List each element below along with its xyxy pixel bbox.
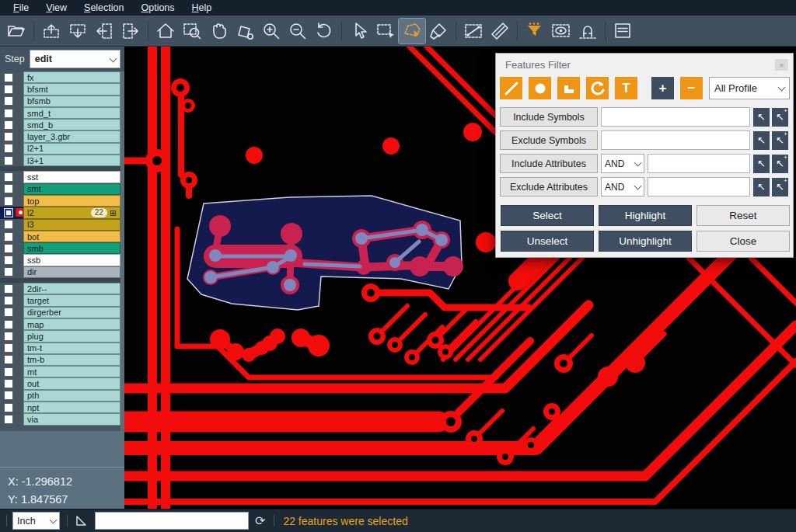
step-select[interactable]: edit: [30, 50, 120, 68]
layer-row-ssb[interactable]: ssb: [0, 254, 120, 266]
pan-hand-button[interactable]: [205, 19, 232, 43]
layer-checkbox[interactable]: [0, 342, 23, 354]
select-button[interactable]: Select: [501, 205, 594, 226]
layer-row-l2-active[interactable]: l222⊞: [0, 207, 120, 218]
pick-attributes-button[interactable]: ↖: [753, 155, 770, 173]
pan-left-button[interactable]: [91, 19, 117, 43]
layer-label[interactable]: layer_3.gbr: [23, 130, 120, 142]
layer-row-dir[interactable]: dir: [0, 266, 120, 278]
layer-checkbox[interactable]: [0, 96, 23, 107]
pan-down-button[interactable]: [65, 19, 91, 43]
layer-checkbox-checked[interactable]: [0, 207, 23, 218]
filter-line-button[interactable]: [500, 77, 522, 99]
polygon-select-button[interactable]: [399, 19, 425, 43]
layer-checkbox[interactable]: [0, 171, 23, 183]
layer-label[interactable]: target: [23, 294, 120, 306]
pick-symbols-button[interactable]: ↖: [753, 108, 770, 127]
layer-checkbox[interactable]: [0, 219, 23, 231]
layer-row-smd_b[interactable]: smd_b: [0, 119, 120, 130]
pick-attributes-button[interactable]: ↖: [753, 178, 770, 196]
dialog-title-bar[interactable]: Features Filter ×: [496, 54, 793, 75]
brush-select-button[interactable]: [425, 19, 452, 43]
layer-row-l3p1[interactable]: l3+1: [0, 155, 120, 166]
pick-add-attributes-button[interactable]: ↖+: [772, 178, 788, 196]
layer-row-target[interactable]: target: [0, 294, 120, 306]
layer-row-plug[interactable]: plug: [0, 330, 120, 342]
layer-label[interactable]: via: [23, 413, 120, 425]
layer-checkbox[interactable]: [0, 119, 23, 130]
layer-label[interactable]: fx: [23, 71, 120, 83]
layer-label[interactable]: l2+1: [23, 143, 120, 155]
layer-checkbox[interactable]: [0, 195, 23, 207]
layer-checkbox[interactable]: [0, 307, 23, 318]
layer-checkbox[interactable]: [0, 71, 23, 83]
layer-label[interactable]: map: [23, 318, 120, 330]
layer-row-layer_3gbr[interactable]: layer_3.gbr: [0, 130, 120, 142]
rect-select-button[interactable]: [372, 19, 399, 43]
layer-label[interactable]: ssb: [23, 254, 120, 266]
filter-surface-button[interactable]: [557, 77, 580, 99]
layer-label[interactable]: l3: [23, 219, 120, 231]
layer-label[interactable]: pth: [23, 390, 120, 402]
layer-row-bot[interactable]: bot: [0, 231, 120, 242]
pick-add-symbols-button[interactable]: ↖+: [772, 131, 788, 150]
include-attributes-input[interactable]: [648, 154, 750, 173]
include-symbols-input[interactable]: [601, 107, 750, 127]
layer-checkbox[interactable]: [0, 107, 23, 119]
include-attributes-operator-select[interactable]: AND: [601, 154, 644, 173]
filter-positive-button[interactable]: +: [651, 77, 674, 99]
layer-label[interactable]: bot: [23, 231, 120, 242]
layer-checkbox[interactable]: [0, 231, 23, 242]
select-cursor-button[interactable]: [346, 19, 372, 43]
refresh-icon[interactable]: ⟳: [255, 515, 265, 527]
layer-row-smb[interactable]: smb: [0, 242, 120, 254]
view-options-button[interactable]: [548, 19, 574, 43]
include-symbols-button[interactable]: Include Symbols: [500, 107, 598, 127]
reset-button[interactable]: Reset: [696, 205, 790, 226]
layer-checkbox[interactable]: [0, 294, 23, 306]
menu-help[interactable]: Help: [183, 0, 221, 16]
layer-checkbox[interactable]: [0, 402, 23, 413]
layer-row-tm-b[interactable]: tm-b: [0, 354, 120, 366]
layer-checkbox[interactable]: [0, 377, 23, 389]
layer-row-tm-t[interactable]: tm-t: [0, 342, 120, 354]
highlight-button[interactable]: Highlight: [599, 205, 692, 226]
layer-row-mt[interactable]: mt: [0, 366, 120, 377]
layer-row-dirgerber[interactable]: dirgerber: [0, 307, 120, 318]
layer-row-out[interactable]: out: [0, 377, 120, 389]
layer-row-smd_t[interactable]: smd_t: [0, 107, 120, 119]
pick-add-attributes-button[interactable]: ↖+: [772, 155, 788, 173]
layer-row-npt[interactable]: npt: [0, 402, 120, 413]
layer-row-smt[interactable]: smt: [0, 183, 120, 195]
open-button[interactable]: [3, 19, 30, 43]
filter-arc-button[interactable]: [586, 77, 609, 99]
menu-view[interactable]: View: [37, 0, 75, 16]
layer-row-top[interactable]: top: [0, 195, 120, 207]
layer-label[interactable]: sst: [23, 171, 120, 183]
layer-label[interactable]: 2dir--: [23, 283, 120, 294]
layer-label[interactable]: top: [23, 195, 120, 207]
layer-label[interactable]: tm-t: [23, 342, 120, 354]
layer-label[interactable]: smd_t: [23, 107, 120, 119]
menu-file[interactable]: File: [5, 0, 37, 16]
layer-label[interactable]: bfsmt: [23, 83, 120, 95]
close-button[interactable]: Close: [696, 231, 790, 252]
layer-label[interactable]: bfsmb: [23, 96, 120, 107]
layer-label[interactable]: dirgerber: [23, 307, 120, 318]
corner-angle-icon[interactable]: [75, 514, 88, 527]
menu-selection[interactable]: Selection: [75, 0, 132, 16]
layer-row-2dir[interactable]: 2dir--: [0, 283, 120, 294]
layer-checkbox[interactable]: [0, 242, 23, 254]
layer-row-via[interactable]: via: [0, 413, 120, 425]
layers-panel-button[interactable]: [609, 19, 636, 43]
zoom-in-button[interactable]: [258, 19, 285, 43]
zoom-previous-button[interactable]: [311, 19, 337, 43]
pick-symbols-button[interactable]: ↖: [753, 131, 770, 150]
layer-checkbox[interactable]: [0, 318, 23, 330]
layer-checkbox[interactable]: [0, 366, 23, 377]
layer-label[interactable]: tm-b: [23, 354, 120, 366]
exclude-attributes-input[interactable]: [648, 177, 750, 196]
menu-options[interactable]: Options: [132, 0, 183, 16]
pick-add-symbols-button[interactable]: ↖+: [772, 108, 788, 127]
layer-row-bfsmb[interactable]: bfsmb: [0, 96, 120, 107]
